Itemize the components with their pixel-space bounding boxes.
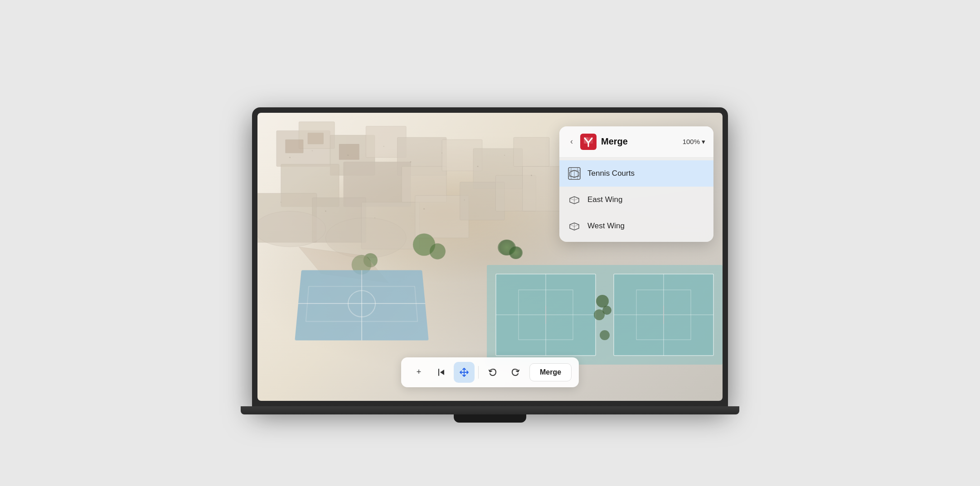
sports-court	[295, 270, 428, 340]
screen-content: +	[257, 113, 723, 401]
svg-point-60	[594, 309, 605, 320]
skip-back-button[interactable]	[431, 362, 452, 383]
tree-2	[509, 246, 523, 259]
panel-zoom-value: 100%	[683, 138, 700, 145]
svg-line-74	[574, 198, 579, 200]
right-panel: ‹ Merge 100% ▾	[559, 126, 713, 242]
panel-header: ‹ Merge 100% ▾	[559, 126, 713, 158]
svg-point-58	[596, 295, 609, 308]
panel-item-tennis-courts[interactable]: Tennis Courts	[559, 160, 713, 187]
svg-point-61	[600, 330, 610, 340]
svg-point-33	[441, 152, 442, 153]
svg-point-41	[464, 199, 465, 200]
svg-point-38	[325, 210, 326, 212]
panel-item-west-wing[interactable]: West Wing	[559, 213, 713, 239]
east-wing-icon	[568, 193, 581, 207]
panel-back-button[interactable]: ‹	[568, 136, 576, 147]
redo-button[interactable]	[505, 362, 526, 383]
svg-rect-20	[286, 140, 303, 153]
panel-zoom-chevron: ▾	[702, 138, 705, 146]
svg-point-35	[504, 154, 505, 155]
svg-point-30	[347, 154, 349, 156]
merge-toolbar-button[interactable]: Merge	[529, 363, 572, 381]
laptop-screen: +	[257, 113, 723, 401]
add-button[interactable]: +	[408, 362, 429, 383]
toolbar-divider	[478, 366, 479, 379]
svg-rect-22	[339, 144, 359, 160]
panel-title: Merge	[601, 136, 683, 147]
tennis-courts-label: Tennis Courts	[587, 169, 635, 178]
merge-logo	[580, 134, 597, 150]
panel-zoom-control[interactable]: 100% ▾	[683, 138, 705, 146]
svg-point-37	[281, 202, 281, 202]
svg-rect-65	[588, 137, 593, 144]
svg-line-77	[574, 225, 579, 226]
svg-point-34	[477, 165, 479, 167]
svg-point-39	[374, 217, 375, 218]
west-wing-icon	[568, 219, 581, 233]
laptop-wrapper: +	[241, 80, 739, 406]
tennis-courts-icon	[568, 167, 581, 180]
svg-point-24	[429, 243, 446, 260]
toolbar: +	[401, 357, 579, 387]
panel-item-east-wing[interactable]: East Wing	[559, 187, 713, 213]
svg-point-31	[383, 146, 384, 147]
east-wing-label: East Wing	[587, 195, 622, 204]
svg-point-29	[312, 150, 313, 151]
svg-point-28	[289, 157, 291, 158]
svg-rect-64	[584, 137, 588, 144]
undo-button[interactable]	[482, 362, 503, 383]
svg-line-76	[570, 225, 574, 226]
tennis-courts-visual	[487, 265, 723, 365]
laptop-body: +	[252, 107, 728, 406]
svg-line-73	[570, 198, 574, 200]
svg-rect-21	[308, 133, 324, 144]
svg-point-40	[423, 208, 425, 209]
svg-point-32	[410, 161, 411, 163]
panel-items-list: Tennis Courts East Wing	[559, 158, 713, 242]
laptop-notch	[454, 414, 526, 423]
west-wing-label: West Wing	[587, 221, 625, 231]
svg-point-18	[257, 211, 325, 247]
svg-point-36	[531, 174, 532, 176]
move-button[interactable]	[454, 362, 475, 383]
svg-rect-10	[514, 137, 549, 166]
laptop-base	[241, 406, 739, 414]
